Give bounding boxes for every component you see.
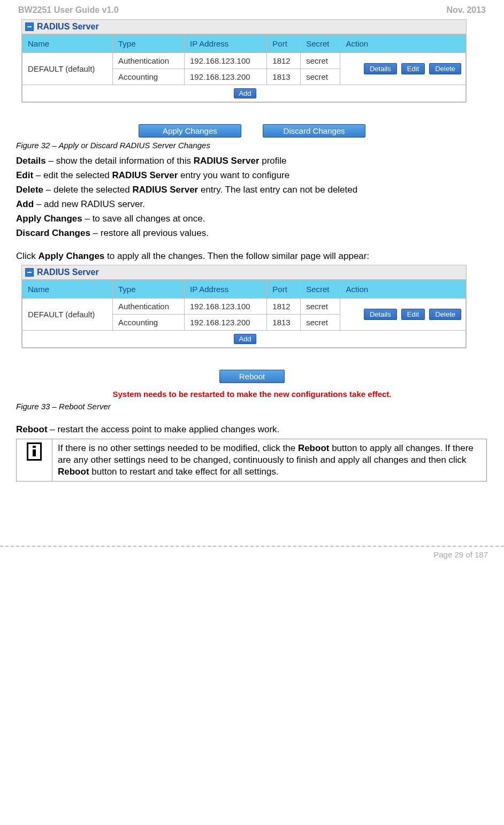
delete-button[interactable]: Delete: [429, 309, 461, 320]
def-text: – edit the selected: [33, 170, 112, 180]
figure-32-caption: Figure 32 – Apply or Discard RADIUS Serv…: [16, 141, 488, 150]
def-tail: profile: [259, 156, 287, 166]
doc-title: BW2251 User Guide v1.0: [18, 5, 119, 15]
details-button[interactable]: Details: [364, 309, 397, 320]
col-name: Name: [22, 280, 113, 298]
cell-port: 1812: [267, 298, 301, 314]
info-seg: Reboot: [58, 467, 89, 477]
def-tail: entry. The last entry can not be deleted: [198, 185, 357, 195]
cell-secret: secret: [301, 53, 340, 69]
col-action: Action: [340, 35, 466, 53]
edit-button[interactable]: Edit: [401, 309, 425, 320]
info-seg: Reboot: [298, 443, 330, 453]
def-term: Reboot: [16, 424, 48, 434]
details-button[interactable]: Details: [364, 63, 397, 74]
def-text: – restore all previous values.: [90, 228, 209, 238]
def-text: – delete the selected: [43, 185, 132, 195]
cell-ip: 192.168.123.100: [185, 53, 267, 69]
def-term2: RADIUS Server: [112, 170, 178, 180]
def-term: Add: [16, 199, 34, 209]
cell-ip: 192.168.123.200: [185, 314, 267, 330]
def-term: Apply Changes: [16, 213, 82, 224]
add-button[interactable]: Add: [234, 334, 256, 344]
col-type: Type: [112, 35, 184, 53]
col-name: Name: [22, 35, 113, 53]
col-secret: Secret: [301, 35, 340, 53]
radius-panel-1: RADIUS Server Name Type IP Address Port …: [21, 19, 467, 103]
reboot-button[interactable]: Reboot: [219, 370, 285, 383]
cell-type: Authentication: [112, 298, 184, 314]
doc-date: Nov. 2013: [446, 5, 486, 15]
col-secret: Secret: [301, 280, 340, 298]
info-icon: [27, 442, 42, 461]
cell-name: DEFAULT (default): [22, 298, 113, 330]
cell-secret: secret: [301, 69, 340, 85]
panel-title: RADIUS Server: [37, 22, 99, 32]
def-term2: RADIUS Server: [132, 185, 198, 195]
def-term: Details: [16, 156, 46, 166]
col-port: Port: [267, 35, 301, 53]
col-port: Port: [267, 280, 301, 298]
def-term: Discard Changes: [16, 228, 90, 238]
radius-panel-2: RADIUS Server Name Type IP Address Port …: [21, 265, 467, 348]
click-pre: Click: [16, 251, 39, 261]
def-text: – add new RADIUS server.: [34, 199, 145, 209]
def-term2: RADIUS Server: [194, 156, 259, 166]
col-ip: IP Address: [185, 280, 267, 298]
restart-warning: System needs to be restarted to make the…: [16, 389, 488, 399]
click-post: to apply all the changes. Then the follo…: [104, 251, 369, 261]
def-tail: entry you want to configure: [178, 170, 289, 180]
def-text: – to save all changes at once.: [82, 213, 205, 224]
def-text: – restart the access point to make appli…: [48, 424, 280, 434]
add-button[interactable]: Add: [234, 88, 256, 98]
cell-type: Accounting: [112, 69, 184, 85]
apply-changes-button[interactable]: Apply Changes: [139, 124, 241, 138]
delete-button[interactable]: Delete: [429, 63, 461, 74]
cell-type: Accounting: [112, 314, 184, 330]
figure-33-caption: Figure 33 – Reboot Server: [16, 402, 488, 411]
collapse-icon: [25, 22, 34, 31]
info-text: If there is no other settings needed to …: [52, 439, 487, 481]
cell-port: 1813: [267, 69, 301, 85]
cell-ip: 192.168.123.100: [185, 298, 267, 314]
cell-secret: secret: [301, 314, 340, 330]
cell-type: Authentication: [112, 53, 184, 69]
collapse-icon: [25, 268, 34, 277]
info-seg: If there is no other settings needed to …: [58, 443, 298, 453]
cell-name: DEFAULT (default): [22, 53, 113, 85]
info-seg: button to restart and take effect for al…: [89, 467, 279, 477]
cell-port: 1813: [267, 314, 301, 330]
col-ip: IP Address: [185, 35, 267, 53]
click-bold: Apply Changes: [39, 251, 105, 261]
cell-port: 1812: [267, 53, 301, 69]
cell-ip: 192.168.123.200: [185, 69, 267, 85]
def-term: Delete: [16, 185, 43, 195]
info-box: If there is no other settings needed to …: [16, 439, 487, 482]
discard-changes-button[interactable]: Discard Changes: [263, 124, 365, 138]
def-term: Edit: [16, 170, 33, 180]
def-text: – show the detail information of this: [46, 156, 194, 166]
col-action: Action: [340, 280, 466, 298]
edit-button[interactable]: Edit: [401, 63, 425, 74]
panel-title: RADIUS Server: [37, 268, 99, 277]
page-footer: Page 29 of 187: [0, 546, 504, 564]
col-type: Type: [112, 280, 184, 298]
cell-secret: secret: [301, 298, 340, 314]
